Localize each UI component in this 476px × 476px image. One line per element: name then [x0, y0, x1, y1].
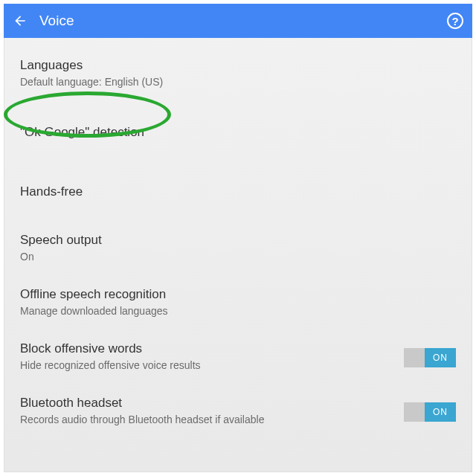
hands-free-item[interactable]: Hands-free [4, 165, 472, 222]
item-subtitle: Records audio through Bluetooth headset … [20, 413, 390, 427]
page-title: Voice [39, 13, 74, 29]
app-header: Voice ? [4, 4, 472, 38]
settings-list: Languages Default language: English (US)… [4, 38, 472, 439]
item-title: Block offensive words [20, 341, 390, 357]
toggle-off-track [404, 348, 425, 367]
toggle-off-track [404, 402, 425, 422]
bluetooth-headset-item[interactable]: Bluetooth headset Records audio through … [4, 385, 472, 439]
offline-speech-recognition-item[interactable]: Offline speech recognition Manage downlo… [4, 276, 472, 330]
item-title: Offline speech recognition [20, 286, 456, 303]
item-subtitle: Default language: English (US) [20, 75, 456, 89]
speech-output-item[interactable]: Speech output On [4, 222, 472, 276]
help-icon[interactable]: ? [447, 13, 463, 29]
item-subtitle: On [20, 250, 456, 264]
toggle-on-label: ON [425, 348, 456, 367]
block-offensive-words-item[interactable]: Block offensive words Hide recognized of… [4, 330, 472, 385]
item-title: Bluetooth headset [20, 395, 390, 411]
ok-google-detection-item[interactable]: "Ok Google" detection [4, 100, 472, 165]
block-offensive-words-toggle[interactable]: ON [404, 348, 456, 367]
item-subtitle: Hide recognized offensive voice results [20, 358, 390, 373]
item-title: Speech output [20, 232, 456, 248]
item-title: "Ok Google" detection [20, 124, 456, 141]
back-arrow-icon[interactable] [13, 13, 28, 28]
languages-item[interactable]: Languages Default language: English (US) [4, 45, 472, 100]
item-subtitle: Manage downloaded languages [20, 304, 456, 318]
bluetooth-headset-toggle[interactable]: ON [404, 402, 456, 422]
item-title: Hands-free [20, 184, 456, 200]
item-title: Languages [20, 57, 456, 74]
toggle-on-label: ON [425, 402, 456, 422]
